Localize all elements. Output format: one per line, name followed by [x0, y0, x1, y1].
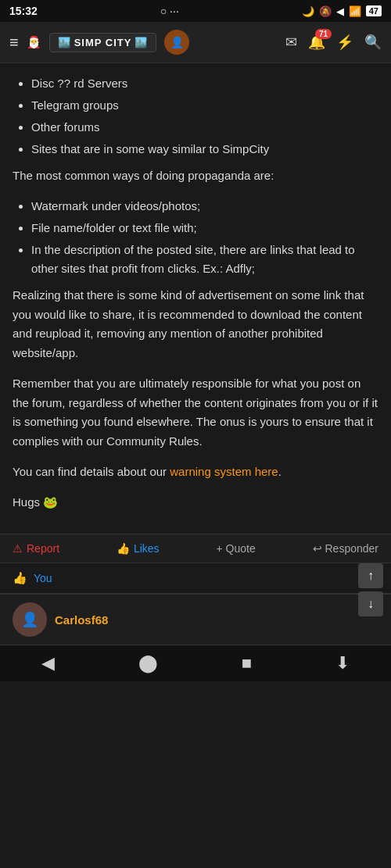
recents-nav-icon[interactable]: ■ — [242, 653, 252, 673]
closing-text: Hugs 🐸 — [13, 493, 378, 513]
warning-system-link[interactable]: warning system here — [170, 465, 278, 478]
scroll-down-button[interactable]: ↓ — [358, 591, 383, 616]
mute-icon: 🔕 — [319, 5, 332, 17]
status-extra: ○ ··· — [160, 5, 179, 17]
likes-button[interactable]: 👍 Likes — [117, 542, 160, 555]
site-logo[interactable]: 🏙️ SIMP CITY 🏙️ — [49, 33, 157, 52]
moon-icon: 🌙 — [302, 5, 314, 17]
avatar-image: 👤 — [170, 36, 184, 48]
list-item: File name/folder or text file with; — [31, 219, 378, 238]
back-icon: ◀ — [336, 5, 344, 17]
home-nav-icon[interactable]: ⬤ — [138, 653, 158, 673]
responder-label: ↩ Responder — [313, 542, 378, 555]
mail-icon[interactable]: ✉ — [285, 34, 297, 51]
header-left: ≡ 🎅 🏙️ SIMP CITY 🏙️ 👤 — [9, 30, 189, 55]
paragraph-3: Remember that you are ultimately respons… — [13, 374, 378, 452]
paragraph-4-pre: You can find details about our — [13, 465, 170, 478]
scroll-buttons: ↑ ↓ — [358, 563, 383, 616]
notifications-icon[interactable]: 🔔 71 — [308, 34, 325, 51]
notification-badge: 71 — [315, 29, 332, 39]
paragraph-4: You can find details about our warning s… — [13, 463, 378, 482]
battery-indicator: 47 — [366, 5, 382, 16]
action-bar: ⚠ Report 👍 Likes + Quote ↩ Responder — [0, 534, 391, 563]
list-item: Sites that are in some way similar to Si… — [31, 140, 378, 159]
search-icon[interactable]: 🔍 — [364, 34, 382, 51]
logo-text: SIMP CITY — [74, 37, 132, 48]
main-content: Disc ?? rd Servers Telegram groups Other… — [0, 63, 391, 534]
download-nav-icon[interactable]: ⬇ — [335, 653, 350, 673]
status-bar: 15:32 ○ ··· 🌙 🔕 ◀ 📶 47 — [0, 0, 391, 22]
list-item: Other forums — [31, 118, 378, 137]
main-header: ≡ 🎅 🏙️ SIMP CITY 🏙️ 👤 ✉ 🔔 71 ⚡ 🔍 — [0, 22, 391, 63]
header-right: ✉ 🔔 71 ⚡ 🔍 — [285, 34, 382, 51]
you-label: You — [34, 572, 52, 584]
bottom-nav: ◀ ⬤ ■ ⬇ — [0, 645, 391, 681]
likes-thumbs-icon: 👍 — [13, 571, 27, 585]
paragraph-1: The most common ways of doing propaganda… — [13, 166, 378, 186]
quote-button[interactable]: + Quote — [217, 542, 256, 555]
next-user-name[interactable]: Carlosf68 — [55, 613, 108, 627]
scroll-up-button[interactable]: ↑ — [358, 563, 383, 588]
list-item: Disc ?? rd Servers — [31, 74, 378, 93]
list-item: Telegram groups — [31, 96, 378, 115]
report-label: Report — [27, 542, 59, 555]
quote-label: + Quote — [217, 542, 256, 555]
paragraph-4-post: . — [278, 465, 282, 478]
thumbs-up-icon: 👍 — [117, 542, 130, 555]
likes-row-wrapper: 👍 You ↑ ↓ — [0, 563, 391, 594]
likes-label: Likes — [134, 542, 160, 555]
responder-button[interactable]: ↩ Responder — [313, 542, 378, 555]
logo-icon: 🏙️ — [58, 37, 71, 48]
next-user-row: 👤 Carlosf68 — [0, 594, 391, 645]
next-user-avatar: 👤 — [13, 602, 47, 637]
wifi-icon: 📶 — [349, 5, 361, 17]
avatar-emoji: 👤 — [21, 611, 38, 628]
status-time: 15:32 — [9, 5, 38, 17]
back-nav-icon[interactable]: ◀ — [41, 653, 55, 673]
report-icon: ⚠ — [13, 542, 23, 555]
status-right-icons: 🌙 🔕 ◀ 📶 47 — [302, 5, 382, 17]
list-item: Watermark under videos/photos; — [31, 197, 378, 216]
likes-bar: 👍 You — [0, 563, 391, 594]
user-avatar[interactable]: 👤 — [164, 30, 189, 55]
christmas-icon: 🎅 — [27, 35, 41, 49]
report-button[interactable]: ⚠ Report — [13, 542, 59, 555]
hamburger-icon[interactable]: ≡ — [9, 34, 19, 52]
top-bullet-list: Disc ?? rd Servers Telegram groups Other… — [13, 74, 378, 159]
flash-icon[interactable]: ⚡ — [336, 34, 353, 51]
logo-icon-right: 🏙️ — [135, 37, 148, 48]
list-item: In the description of the posted site, t… — [31, 241, 378, 278]
sub-bullet-list: Watermark under videos/photos; File name… — [13, 197, 378, 278]
paragraph-2: Realizing that there is some kind of adv… — [13, 286, 378, 363]
